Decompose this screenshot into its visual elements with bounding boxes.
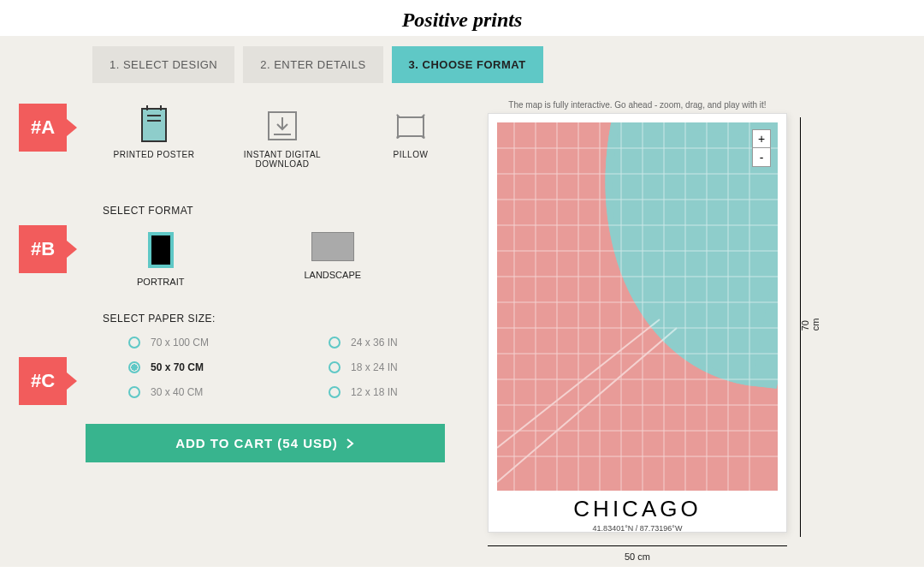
size-18x24in[interactable]: 18 x 24 IN [329, 361, 398, 373]
tab-select-design[interactable]: 1. SELECT DESIGN [92, 46, 234, 83]
tab-choose-format[interactable]: 3. CHOOSE FORMAT [392, 46, 543, 83]
format-label: PORTRAIT [137, 277, 184, 287]
size-label: 30 x 40 CM [151, 386, 203, 398]
callout-b: #B [19, 225, 67, 273]
product-pillow[interactable]: PILLOW [359, 100, 462, 169]
paper-size-title: SELECT PAPER SIZE: [103, 313, 462, 325]
callout-a: #A [19, 104, 67, 152]
pillow-icon [393, 110, 429, 143]
size-70x100cm[interactable]: 70 x 100 CM [128, 337, 209, 349]
size-label: 24 x 36 IN [351, 337, 398, 349]
radio-icon [329, 361, 341, 373]
landscape-icon [311, 232, 354, 261]
zoom-in-button[interactable]: + [752, 129, 771, 148]
poster-title: CHICAGO [497, 496, 778, 522]
chevron-right-icon [345, 438, 355, 449]
height-dimension-label: 70 cm [800, 319, 820, 331]
radio-icon [128, 361, 140, 373]
map-canvas[interactable]: + - [497, 122, 778, 491]
cart-button-label: ADD TO CART (54 USD) [175, 436, 338, 450]
add-to-cart-button[interactable]: ADD TO CART (54 USD) [86, 424, 445, 462]
size-label: 50 x 70 CM [151, 361, 204, 373]
radio-icon [329, 386, 341, 398]
radio-icon [329, 337, 341, 349]
format-landscape[interactable]: LANDSCAPE [304, 232, 361, 287]
poster-preview: + - CHICAGO 41.83401°N / 87.73196°W [488, 113, 787, 533]
tab-enter-details[interactable]: 2. ENTER DETAILS [243, 46, 382, 83]
format-title: SELECT FORMAT [103, 205, 462, 217]
zoom-out-button[interactable]: - [752, 148, 771, 167]
format-portrait[interactable]: PORTRAIT [137, 232, 184, 287]
product-digital-download[interactable]: INSTANT DIGITAL DOWNLOAD [231, 100, 334, 169]
width-dimension-label: 50 cm [625, 551, 650, 562]
size-24x36in[interactable]: 24 x 36 IN [329, 337, 398, 349]
radio-icon [128, 337, 140, 349]
product-label: PILLOW [394, 150, 429, 159]
width-dimension-line [488, 545, 787, 546]
callout-c: #C [19, 357, 67, 405]
download-icon [265, 109, 299, 143]
poster-coordinates: 41.83401°N / 87.73196°W [497, 524, 778, 533]
size-label: 70 x 100 CM [151, 337, 209, 349]
size-12x18in[interactable]: 12 x 18 IN [329, 386, 398, 398]
portrait-icon [148, 232, 174, 268]
product-label: INSTANT DIGITAL DOWNLOAD [231, 150, 334, 169]
size-label: 18 x 24 IN [351, 361, 398, 373]
printed-poster-icon [139, 104, 169, 143]
size-label: 12 x 18 IN [351, 386, 398, 398]
format-label: LANDSCAPE [304, 270, 361, 280]
map-hint: The map is fully interactive. Go ahead -… [488, 100, 787, 110]
radio-icon [128, 386, 140, 398]
svg-rect-0 [142, 109, 166, 141]
brand-logo: Positive prints [0, 0, 924, 36]
street-grid [497, 122, 778, 491]
tab-bar: 1. SELECT DESIGN 2. ENTER DETAILS 3. CHO… [92, 46, 924, 83]
product-label: PRINTED POSTER [114, 150, 195, 159]
size-50x70cm[interactable]: 50 x 70 CM [128, 361, 209, 373]
size-30x40cm[interactable]: 30 x 40 CM [128, 386, 209, 398]
product-printed-poster[interactable]: PRINTED POSTER [103, 100, 205, 169]
